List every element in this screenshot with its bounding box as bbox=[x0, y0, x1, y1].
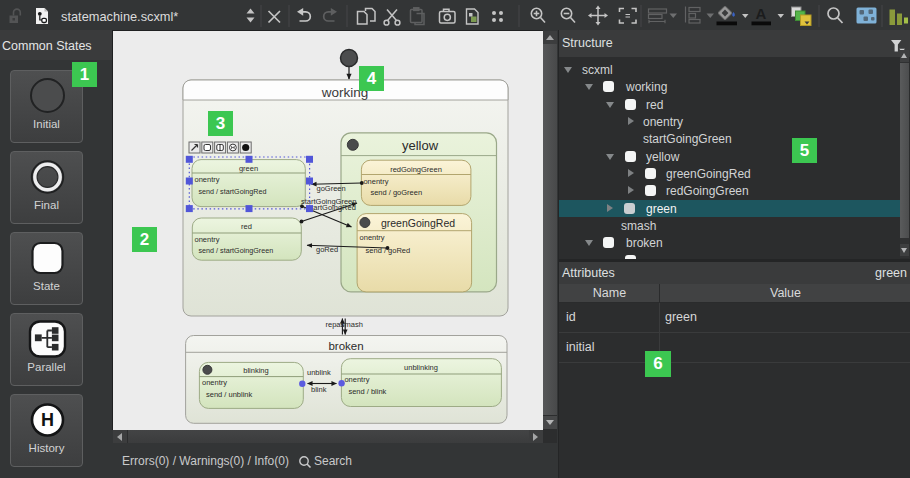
svg-text:send / startGoingRed: send / startGoingRed bbox=[199, 187, 267, 196]
svg-text:startGoingRed: startGoingRed bbox=[308, 203, 356, 212]
svg-text:H: H bbox=[41, 410, 54, 430]
svg-text:A: A bbox=[756, 5, 767, 22]
svg-text:send / startGoingGreen: send / startGoingGreen bbox=[199, 246, 274, 255]
svg-text:onentry: onentry bbox=[360, 233, 385, 242]
svg-text:red: red bbox=[241, 222, 252, 231]
svg-text:green: green bbox=[239, 164, 258, 173]
svg-text:unblink: unblink bbox=[307, 368, 331, 377]
svg-text:onentry: onentry bbox=[202, 378, 227, 387]
svg-text:goRed: goRed bbox=[316, 245, 338, 254]
svg-text:redGoingGreen: redGoingGreen bbox=[390, 165, 442, 174]
svg-text:send / goGreen: send / goGreen bbox=[370, 188, 422, 197]
svg-text:greenGoingRed: greenGoingRed bbox=[381, 217, 455, 229]
svg-text:unblinking: unblinking bbox=[404, 363, 438, 372]
svg-text:blinking: blinking bbox=[243, 366, 268, 375]
svg-text:onentry: onentry bbox=[195, 235, 220, 244]
svg-text:send / blink: send / blink bbox=[348, 387, 386, 396]
svg-text:onentry: onentry bbox=[195, 175, 220, 184]
svg-text:yellow: yellow bbox=[402, 138, 439, 153]
svg-text:send / unblink: send / unblink bbox=[206, 390, 253, 399]
svg-text:smash: smash bbox=[341, 320, 363, 329]
svg-text:goGreen: goGreen bbox=[317, 184, 346, 193]
svg-text:onentry: onentry bbox=[363, 177, 388, 186]
svg-text:onentry: onentry bbox=[344, 375, 369, 384]
svg-text:broken: broken bbox=[328, 340, 363, 352]
svg-text:statemachine.scxml*: statemachine.scxml* bbox=[61, 9, 178, 24]
svg-text:blink: blink bbox=[311, 385, 327, 394]
